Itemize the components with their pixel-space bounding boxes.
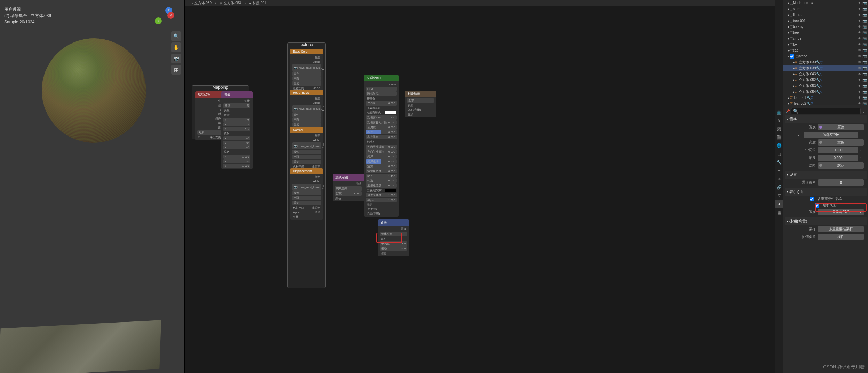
scale-value-field[interactable]: 0.200 — [818, 155, 858, 161]
node-mapping[interactable]: 映射 矢量 类型点 矢量 位置 X0 m Y0 m Z0 m 旋转 X0° Y0… — [221, 91, 253, 169]
breadcrumb-object[interactable]: ▫ 立方体.039 — [192, 1, 212, 6]
tab-object-icon[interactable]: ▢ — [775, 150, 783, 158]
node-wires — [185, 0, 289, 52]
node-title: 法线贴图 — [333, 174, 364, 181]
node-tex-displacement[interactable]: Displacement 颜色 Alpha 📷 brown_mud_leave.… — [290, 168, 323, 220]
outliner-item[interactable]: ▸ ▢ tree👁 📷 — [783, 30, 868, 36]
outliner-item[interactable]: ▸ ▽ leaf.001 🔧 ▽👁 📷 — [783, 95, 868, 101]
tab-viewlayer-icon[interactable]: 🖼 — [775, 125, 783, 133]
tab-render-icon[interactable]: 📺 — [775, 108, 783, 116]
volume-sample-field[interactable]: 多重重要性采样 — [818, 226, 864, 232]
normal-link-field[interactable]: 默认 — [818, 162, 864, 169]
node-principled-bsdf[interactable]: 原理化BSDF BSDF GGX 随机游走 基础色 次表面0.000 次表面半径… — [364, 75, 399, 217]
gizmo-x-axis[interactable]: X — [167, 12, 174, 19]
tab-texture-icon[interactable]: ▦ — [775, 208, 783, 217]
pass-index-field[interactable]: 0 — [818, 179, 864, 186]
node-title: 映射 — [221, 91, 253, 98]
camera-tool-icon[interactable]: 📷 — [171, 54, 181, 63]
viewport-3d[interactable]: 用户透视 (2) 场景集合 | 立方体.039 Sample 20/1024 Z… — [0, 0, 184, 373]
outliner-item[interactable]: ▾ ▢ stone👁 📷 — [783, 53, 868, 59]
outliner-item[interactable]: ▸ ▢ tree.001👁 📷 — [783, 18, 868, 24]
tab-modifier-icon[interactable]: 🔧 — [775, 158, 783, 166]
perspective-tool-icon[interactable]: ▦ — [171, 65, 181, 75]
node-editor-breadcrumb: ▫ 立方体.039 › ▽ 立方体.053 › ● 材质.001 — [185, 0, 775, 6]
preview-ground — [0, 320, 161, 373]
tab-data-icon[interactable]: ▽ — [775, 192, 783, 200]
watermark: CSDN @求财专用糖 — [823, 364, 865, 370]
expand-arrow-icon[interactable]: ▸ — [798, 133, 799, 137]
outliner-item[interactable]: ▸ ▽ 立方体.053 🔧 ▽👁 📷 — [783, 83, 868, 89]
property-tabs: 📺 🖨 🖼 🎬 🌐 ▢ 🔧 ✦ ⚛ 🔗 ▽ ● ▦ — [775, 0, 783, 373]
frame-label: Textures — [298, 42, 314, 47]
preview-sphere — [42, 38, 146, 143]
node-title: Displacement — [290, 168, 323, 174]
object-field[interactable]: 对象 ■ — [197, 130, 224, 135]
outliner-item[interactable]: ▸ ▽ 立方体.033 🔧 ▽👁 📷 — [783, 59, 868, 65]
outliner-item[interactable]: ▸ ▢ floors👁 📷 — [783, 12, 868, 18]
node-editor[interactable]: ▫ 立方体.039 › ▽ 立方体.053 › ● 材质.001 Mapping… — [184, 0, 775, 373]
zoom-tool-icon[interactable]: 🔍 — [171, 31, 181, 41]
outliner-item[interactable]: ▸ ▢ stump👁 📷 — [783, 6, 868, 12]
outliner-item[interactable]: ▸ ▢ fox👁 📷 — [783, 41, 868, 47]
outliner-item[interactable]: ▸ ▢ cao👁 📷 — [783, 47, 868, 53]
navigation-gizmo[interactable]: Z X Y — [155, 7, 176, 28]
section-settings[interactable]: 设置 — [785, 171, 867, 179]
section-displacement[interactable]: 置换 — [785, 115, 867, 123]
property-search[interactable] — [791, 108, 861, 114]
node-title: 置换 — [378, 219, 409, 226]
viewport-overlay: 用户透视 (2) 场景集合 | 立方体.039 Sample 20/1024 — [4, 6, 51, 25]
node-material-output[interactable]: 材质输出 全部 表面 体积(音量) 置换 — [405, 91, 436, 117]
node-normal-map[interactable]: 法线贴图 法线 切线空间 强度1.000 颜色 — [333, 174, 364, 201]
node-title: Roughness — [290, 90, 323, 95]
image-field[interactable]: 📷 brown_mud_leave... ⋮ × — [292, 64, 321, 71]
section-volume[interactable]: 体积(音量) — [785, 217, 867, 225]
image-field[interactable]: 📷 brown_mud_leave... ⋮ × — [292, 184, 321, 191]
material-properties: 📌 ⋮ 置换 置换 置换 ▸ 物体空间 ▾ 高度 置换 — [783, 105, 868, 373]
outliner-item[interactable]: ▸ ▽ 立方体.054 🔧 ▽👁 📷 — [783, 89, 868, 95]
outliner-item[interactable]: ▸ ▽ 立方体.052 🔧 ▽👁 📷 — [783, 77, 868, 83]
tab-physics-icon[interactable]: ⚛ — [775, 175, 783, 183]
pin-icon[interactable]: 📌 — [786, 109, 790, 113]
node-title: 原理化BSDF — [364, 75, 399, 81]
tab-output-icon[interactable]: 🖨 — [775, 116, 783, 125]
node-title: 材质输出 — [405, 91, 436, 97]
gizmo-y-axis[interactable]: Y — [155, 17, 162, 24]
tab-particle-icon[interactable]: ✦ — [775, 166, 783, 175]
section-surface[interactable]: 表(曲)面 — [785, 188, 867, 196]
outliner-item[interactable]: ▸ ▢ Mushroom ≡👁 📷 — [783, 0, 868, 6]
height-link-field[interactable]: 置换 — [818, 139, 864, 146]
tab-scene-icon[interactable]: 🎬 — [775, 133, 783, 141]
image-field[interactable]: 📷 brown_mud_leave... ⋮ × — [292, 105, 321, 112]
breadcrumb-mesh[interactable]: ▽ 立方体.053 — [220, 1, 241, 6]
node-title: Normal — [290, 127, 323, 133]
outliner-item[interactable]: ▸ ▢ botany👁 📷 — [783, 24, 868, 30]
disp-space-field[interactable]: 物体空间 ▾ — [804, 132, 858, 138]
outliner-item[interactable]: ▸ ▽ 立方体.039 🔧 ▽👁 📷 — [783, 65, 868, 71]
node-title: Base Color — [290, 49, 323, 54]
outliner[interactable]: ▸ ▢ Mushroom ≡👁 📷▸ ▢ stump👁 📷▸ ▢ floors👁… — [783, 0, 868, 105]
outliner-item[interactable]: ▸ ▽ 立方体.043 🔧 ▽👁 📷 — [783, 71, 868, 77]
mis-checkbox[interactable] — [810, 197, 814, 201]
disp-link-field[interactable]: 置换 — [818, 124, 864, 130]
right-sidebar: 📺 🖨 🖼 🎬 🌐 ▢ 🔧 ✦ ⚛ 🔗 ▽ ● ▦ ▸ ▢ Mushroom ≡… — [775, 0, 868, 373]
outliner-item[interactable]: ▸ ▽ leaf.002 🔧 ▽👁 📷 — [783, 101, 868, 105]
options-icon[interactable]: ⋮ — [862, 109, 866, 113]
tab-world-icon[interactable]: 🌐 — [775, 141, 783, 150]
pan-tool-icon[interactable]: ✋ — [171, 42, 181, 52]
disp-values-highlight — [376, 233, 402, 243]
tab-constraint-icon[interactable]: 🔗 — [775, 183, 783, 192]
mid-value-field[interactable]: 0.000 — [818, 147, 858, 153]
image-field[interactable]: 📷 brown_mud_leave... ⋮ × — [292, 142, 321, 149]
breadcrumb-material[interactable]: ● 材质.001 — [249, 1, 266, 6]
frame-label: Mapping — [212, 85, 228, 90]
outliner-item[interactable]: ▸ ▢ cirrus👁 📷 — [783, 36, 868, 41]
tab-material-icon[interactable]: ● — [775, 200, 783, 208]
volume-interp-field[interactable]: 线性 — [818, 234, 864, 240]
disp-mode-highlight — [815, 203, 867, 212]
